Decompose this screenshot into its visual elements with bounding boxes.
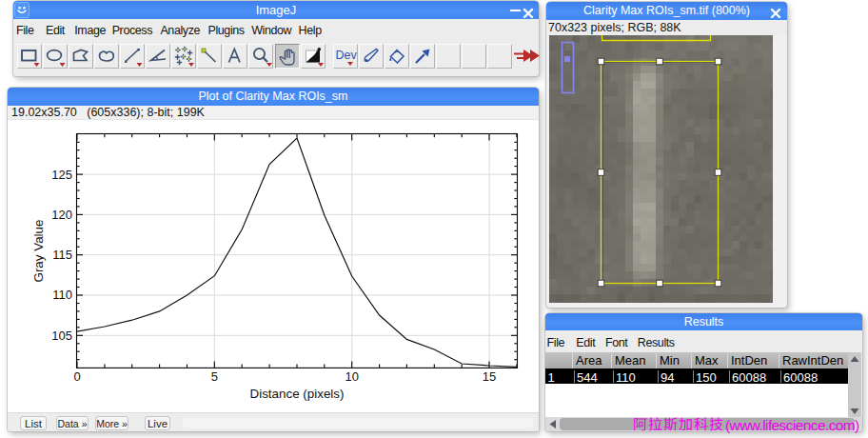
svg-text:Dev: Dev: [336, 49, 358, 62]
svg-text:105: 105: [51, 328, 72, 343]
svg-text:(www.lifescience.com): (www.lifescience.com): [725, 417, 859, 433]
svg-text:0: 0: [73, 369, 80, 384]
svg-text:115: 115: [52, 248, 72, 262]
svg-text:Gray Value: Gray Value: [31, 220, 46, 283]
svg-text:15: 15: [483, 369, 496, 384]
svg-text:5: 5: [211, 369, 218, 384]
svg-text:110: 110: [52, 288, 72, 302]
svg-text:10: 10: [345, 369, 359, 384]
svg-text:125: 125: [51, 168, 72, 182]
svg-text:Distance (pixels): Distance (pixels): [250, 387, 345, 401]
svg-text:120: 120: [51, 208, 72, 222]
